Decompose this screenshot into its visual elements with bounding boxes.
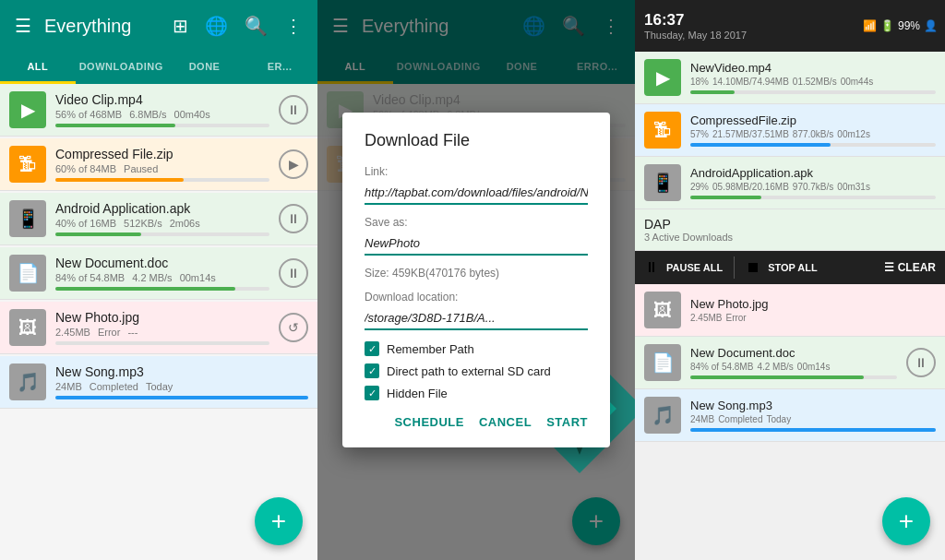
item-details: CompressedFile.zip 57% 21.57MB/37.51MB 8… <box>690 113 936 147</box>
left-globe-icon[interactable]: 🌐 <box>201 11 232 41</box>
item-meta: 40% of 16MB 512KB/s 2m06s <box>55 218 269 229</box>
battery-icon: 🔋 <box>880 19 894 32</box>
video-icon: ▶ <box>644 59 681 96</box>
item-name: New Document.doc <box>690 346 897 360</box>
left-menu-icon[interactable]: ☰ <box>11 11 35 41</box>
apk-icon: 📱 <box>9 200 46 237</box>
item-name: New Photo.jpg <box>690 297 936 311</box>
clear-button[interactable]: ☰ CLEAR <box>884 261 936 274</box>
item-name: New Song.mp3 <box>55 364 308 379</box>
item-meta: 24MB Completed Today <box>55 381 308 392</box>
zip-icon: 🗜 <box>9 146 46 183</box>
item-name: AndroidApplication.apk <box>690 166 936 180</box>
download-dialog: Download File Link: Save as: Size: 459KB… <box>342 113 610 447</box>
clear-icon: ☰ <box>884 261 894 274</box>
pause-all-button[interactable]: PAUSE ALL <box>666 262 723 273</box>
item-details: Video Clip.mp4 56% of 468MB 6.8MB/s 00m4… <box>55 92 269 127</box>
video-icon: ▶ <box>9 91 46 128</box>
size-text: Size: 459KB(470176 bytes) <box>365 267 588 280</box>
play-button[interactable]: ▶ <box>279 149 308 179</box>
dap-section: DAP 3 Active Downloads <box>635 209 945 251</box>
item-meta: 2.45MB Error <box>690 313 936 323</box>
left-app-title: Everything <box>44 16 160 37</box>
left-tab-done[interactable]: DONE <box>167 52 243 84</box>
list-item: 🗜 Compressed File.zip 60% of 84MB Paused… <box>0 138 317 191</box>
item-details: New Document.doc 84% of 54.8MB 4.2 MB/s … <box>690 346 897 379</box>
item-name: Video Clip.mp4 <box>55 92 269 107</box>
list-item: 🖼 New Photo.jpg 2.45MB Error <box>635 284 945 337</box>
pause-button[interactable]: ⏸ <box>279 95 308 125</box>
img-icon: 🖼 <box>644 292 681 328</box>
pause-button[interactable]: ⏸ <box>279 258 308 288</box>
cancel-button[interactable]: CANCEL <box>479 415 532 429</box>
checkbox-hidden[interactable]: ✓ Hidden File <box>365 386 588 400</box>
right-fab[interactable]: + <box>882 497 930 545</box>
list-item: 📄 New Document.doc 84% of 54.8MB 4.2 MB/… <box>0 247 317 300</box>
dialog-overlay: Download File Link: Save as: Size: 459KB… <box>317 0 635 560</box>
left-more-icon[interactable]: ⋮ <box>281 11 306 41</box>
item-meta: 18% 14.10MB/74.94MB 01.52MB/s 00m44s <box>690 77 936 87</box>
location-input[interactable] <box>365 307 588 330</box>
checkbox-icon: ✓ <box>365 363 379 378</box>
list-item: 🎵 New Song.mp3 24MB Completed Today <box>0 356 317 409</box>
item-details: NewVideo.mp4 18% 14.10MB/74.94MB 01.52MB… <box>690 61 936 94</box>
pause-button[interactable]: ⏸ <box>906 348 936 377</box>
item-name: New Photo.jpg <box>55 310 269 325</box>
dialog-actions: SCHEDULE CANCEL START <box>365 415 588 429</box>
img-icon: 🖼 <box>9 309 46 346</box>
item-details: Android Application.apk 40% of 16MB 512K… <box>55 201 269 236</box>
wifi-icon: 📶 <box>863 19 877 32</box>
list-item: ▶ NewVideo.mp4 18% 14.10MB/74.94MB 01.52… <box>635 52 945 104</box>
left-tab-error[interactable]: ER... <box>242 52 317 84</box>
list-item: 📱 AndroidApplication.apk 29% 05.98MB/20.… <box>635 157 945 209</box>
left-tab-downloading[interactable]: DOWNLOADING <box>76 52 167 84</box>
stop-all-button[interactable]: STOP ALL <box>768 262 818 273</box>
checkbox-icon: ✓ <box>365 341 379 356</box>
middle-panel: ☰ Everything 🌐 🔍 ⋮ ALL DOWNLOADING DONE … <box>317 0 635 560</box>
location-label: Download location: <box>365 291 588 304</box>
right-date: Thusday, May 18 2017 <box>644 30 747 41</box>
dialog-title: Download File <box>365 131 588 150</box>
item-meta: 56% of 468MB 6.8MB/s 00m40s <box>55 109 269 120</box>
left-tabs: ALL DOWNLOADING DONE ER... <box>0 52 317 84</box>
item-name: New Song.mp3 <box>690 399 936 412</box>
schedule-button[interactable]: SCHEDULE <box>394 415 464 429</box>
item-name: Android Application.apk <box>55 201 269 216</box>
item-meta: 84% of 54.8MB 4.2 MB/s 00m14s <box>690 362 897 372</box>
pause-button[interactable]: ⏸ <box>279 204 308 233</box>
item-meta: 84% of 54.8MB 4.2 MB/s 00m14s <box>55 272 269 283</box>
left-download-list: ▶ Video Clip.mp4 56% of 468MB 6.8MB/s 00… <box>0 84 317 560</box>
item-details: New Document.doc 84% of 54.8MB 4.2 MB/s … <box>55 256 269 291</box>
start-button[interactable]: START <box>546 415 588 429</box>
item-details: New Photo.jpg 2.45MB Error --- <box>55 310 269 345</box>
item-meta: 29% 05.98MB/20.16MB 970.7kB/s 00m31s <box>690 182 936 192</box>
left-search-icon[interactable]: 🔍 <box>241 11 271 41</box>
checkbox-direct-path[interactable]: ✓ Direct path to external SD card <box>365 363 588 378</box>
left-grid-icon[interactable]: ⊞ <box>169 11 192 41</box>
avatar-icon: 👤 <box>924 19 938 32</box>
pause-icon: ⏸ <box>644 259 659 276</box>
list-item: 📄 New Document.doc 84% of 54.8MB 4.2 MB/… <box>635 337 945 389</box>
status-icons: 📶 🔋 99% 👤 <box>863 0 938 52</box>
list-item: 🖼 New Photo.jpg 2.45MB Error --- ↺ <box>0 302 317 354</box>
checkbox-remember[interactable]: ✓ Remember Path <box>365 341 588 356</box>
right-time-date: 16:37 Thusday, May 18 2017 <box>644 11 747 41</box>
retry-button[interactable]: ↺ <box>279 313 308 342</box>
dap-title: DAP <box>644 217 936 232</box>
item-name: CompressedFile.zip <box>690 113 936 127</box>
bottom-controls: ⏸ PAUSE ALL ⏹ STOP ALL ☰ CLEAR <box>635 251 945 284</box>
dap-subtitle: 3 Active Downloads <box>644 232 936 243</box>
battery-pct: 99% <box>898 19 920 32</box>
right-time: 16:37 <box>644 11 747 30</box>
left-tab-all[interactable]: ALL <box>0 52 76 84</box>
separator <box>734 256 735 279</box>
right-toolbar: 16:37 Thusday, May 18 2017 📶 🔋 99% 👤 <box>635 0 945 52</box>
music-icon: 🎵 <box>9 363 46 400</box>
item-name: NewVideo.mp4 <box>690 61 936 75</box>
list-item: 🎵 New Song.mp3 24MB Completed Today <box>635 389 945 442</box>
item-details: AndroidApplication.apk 29% 05.98MB/20.16… <box>690 166 936 199</box>
left-fab[interactable]: + <box>255 497 303 545</box>
doc-icon: 📄 <box>9 255 46 292</box>
link-input[interactable] <box>365 182 588 205</box>
save-as-input[interactable] <box>365 232 588 256</box>
